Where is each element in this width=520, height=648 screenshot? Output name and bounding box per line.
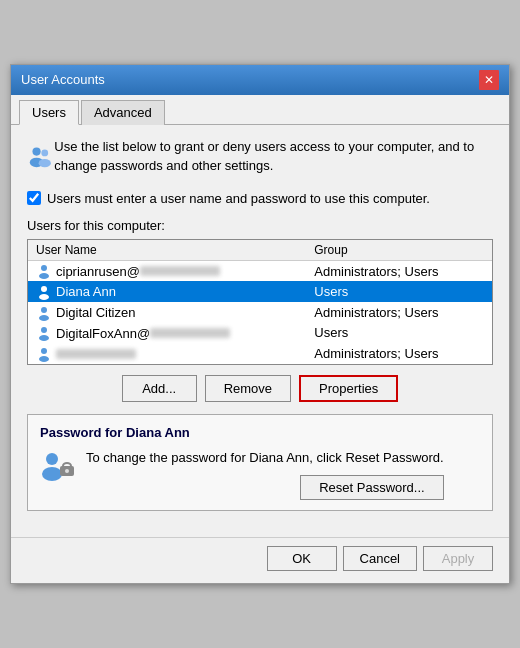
user-name-cell xyxy=(28,343,306,364)
blurred-text xyxy=(150,328,230,338)
col-header-username: User Name xyxy=(28,240,306,261)
user-table: User Name Group ciprianrusen@Administrat… xyxy=(28,240,492,364)
apply-button[interactable]: Apply xyxy=(423,546,493,571)
add-button[interactable]: Add... xyxy=(122,375,197,402)
svg-point-12 xyxy=(41,348,47,354)
svg-point-5 xyxy=(39,273,49,279)
table-row[interactable]: DigitalFoxAnn@Users xyxy=(28,323,492,344)
tab-users[interactable]: Users xyxy=(19,100,79,125)
user-accounts-dialog: User Accounts ✕ Users Advanced Use the l… xyxy=(10,64,510,584)
password-section-title: Password for Diana Ann xyxy=(40,425,480,440)
user-name-cell: Digital Citizen xyxy=(28,302,306,323)
user-name-cell: Diana Ann xyxy=(28,281,306,302)
svg-point-3 xyxy=(39,159,51,167)
user-name-cell: DigitalFoxAnn@ xyxy=(28,323,306,344)
svg-point-8 xyxy=(41,307,47,313)
table-buttons: Add... Remove Properties xyxy=(27,375,493,402)
svg-point-6 xyxy=(41,286,47,292)
table-row[interactable]: ciprianrusen@Administrators; Users xyxy=(28,260,492,281)
svg-point-18 xyxy=(65,469,69,473)
cancel-button[interactable]: Cancel xyxy=(343,546,417,571)
password-required-checkbox[interactable] xyxy=(27,191,41,205)
user-row-icon xyxy=(36,325,52,341)
properties-button[interactable]: Properties xyxy=(299,375,398,402)
main-content: Use the list below to grant or deny user… xyxy=(11,125,509,537)
dialog-title: User Accounts xyxy=(21,72,105,87)
tab-bar: Users Advanced xyxy=(11,95,509,125)
password-required-row: Users must enter a user name and passwor… xyxy=(27,191,493,206)
user-group-cell: Administrators; Users xyxy=(306,260,492,281)
col-header-group: Group xyxy=(306,240,492,261)
blurred-text xyxy=(56,349,136,359)
user-table-container: User Name Group ciprianrusen@Administrat… xyxy=(27,239,493,365)
blurred-text xyxy=(140,266,220,276)
user-group-cell: Administrators; Users xyxy=(306,302,492,323)
svg-point-2 xyxy=(41,149,48,156)
password-required-label[interactable]: Users must enter a user name and passwor… xyxy=(47,191,430,206)
user-row-icon xyxy=(36,305,52,321)
password-user-icon xyxy=(40,448,76,484)
user-row-icon xyxy=(36,263,52,279)
password-section: Password for Diana Ann To change the pas… xyxy=(27,414,493,512)
user-group-cell: Users xyxy=(306,281,492,302)
users-section-label: Users for this computer: xyxy=(27,218,493,233)
table-row[interactable]: Diana AnnUsers xyxy=(28,281,492,302)
title-bar: User Accounts ✕ xyxy=(11,65,509,95)
user-row-icon xyxy=(36,284,52,300)
tab-advanced[interactable]: Advanced xyxy=(81,100,165,125)
svg-point-0 xyxy=(32,147,40,155)
user-group-cell: Administrators; Users xyxy=(306,343,492,364)
svg-point-4 xyxy=(41,265,47,271)
ok-button[interactable]: OK xyxy=(267,546,337,571)
user-row-icon xyxy=(36,346,52,362)
close-button[interactable]: ✕ xyxy=(479,70,499,90)
remove-button[interactable]: Remove xyxy=(205,375,291,402)
bottom-buttons: OK Cancel Apply xyxy=(11,537,509,583)
user-group-cell: Users xyxy=(306,323,492,344)
password-text: To change the password for Diana Ann, cl… xyxy=(86,450,444,465)
svg-point-11 xyxy=(39,335,49,341)
svg-point-13 xyxy=(39,356,49,362)
svg-point-10 xyxy=(41,327,47,333)
user-name-cell: ciprianrusen@ xyxy=(28,260,306,281)
reset-password-button[interactable]: Reset Password... xyxy=(300,475,444,500)
info-text: Use the list below to grant or deny user… xyxy=(54,137,493,176)
users-icon xyxy=(27,137,54,177)
svg-point-14 xyxy=(46,453,58,465)
info-section: Use the list below to grant or deny user… xyxy=(27,137,493,177)
svg-point-9 xyxy=(39,315,49,321)
svg-point-7 xyxy=(39,294,49,300)
table-row[interactable]: Administrators; Users xyxy=(28,343,492,364)
password-content: To change the password for Diana Ann, cl… xyxy=(40,448,480,501)
table-row[interactable]: Digital CitizenAdministrators; Users xyxy=(28,302,492,323)
svg-point-15 xyxy=(42,467,62,481)
